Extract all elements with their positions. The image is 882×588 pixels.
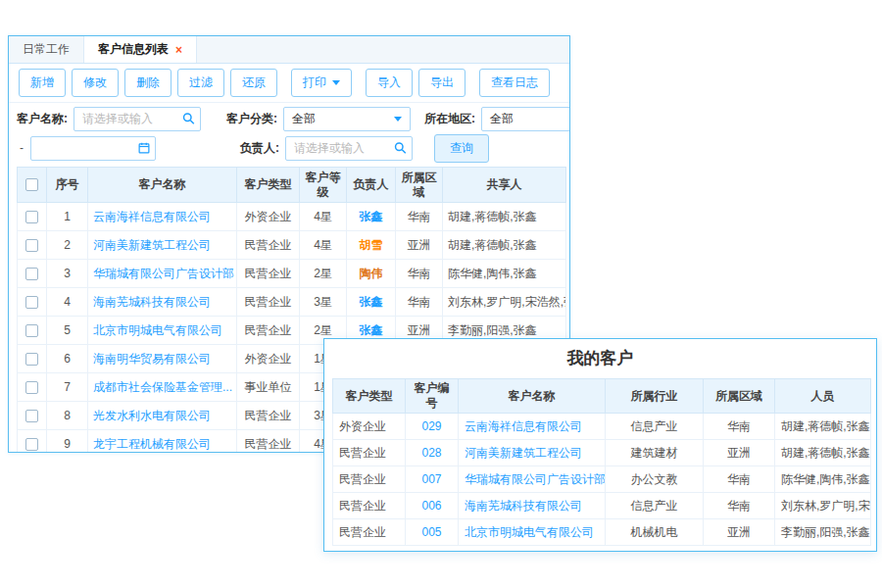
row-checkbox[interactable] bbox=[25, 324, 38, 337]
customer-no-link[interactable]: 028 bbox=[421, 446, 441, 460]
table-row[interactable]: 3 华瑞城有限公司广告设计部 民营企业 2星 陶伟 华南 陈华健,陶伟,张鑫 bbox=[18, 260, 566, 288]
screen: 日常工作 客户信息列表 × 新增 修改 删除 过滤 还原 打印 导入 导出 查看… bbox=[0, 0, 882, 588]
row-checkbox[interactable] bbox=[25, 381, 38, 394]
calendar-icon[interactable] bbox=[138, 142, 150, 154]
header-owner: 负责人 bbox=[347, 168, 396, 203]
row-checkbox[interactable] bbox=[25, 296, 38, 309]
close-icon[interactable]: × bbox=[175, 43, 182, 57]
customer-name-label: 客户名称: bbox=[17, 111, 68, 127]
customer-name-link[interactable]: 成都市社会保险基金管理... bbox=[93, 380, 232, 394]
owner-link[interactable]: 张鑫 bbox=[360, 210, 383, 223]
owner-link[interactable]: 陶伟 bbox=[360, 267, 383, 280]
add-button[interactable]: 新增 bbox=[19, 69, 66, 97]
customer-name-input[interactable] bbox=[82, 112, 178, 125]
cell-type: 民营企业 bbox=[333, 519, 406, 546]
customer-name-link[interactable]: 云南海祥信息有限公司 bbox=[93, 210, 211, 223]
tab-daily-work[interactable]: 日常工作 bbox=[9, 36, 84, 63]
search-icon[interactable] bbox=[182, 113, 195, 125]
my-customers-panel: 我的客户 客户类型 客户编号 客户名称 所属行业 所属区域 人员 外资企业 bbox=[323, 338, 877, 552]
chevron-down-icon bbox=[394, 117, 402, 122]
customer-name-link[interactable]: 河南美新建筑工程公司 bbox=[93, 238, 211, 252]
cell-level: 4星 bbox=[300, 231, 347, 260]
table-header-row: 客户类型 客户编号 客户名称 所属行业 所属区域 人员 bbox=[333, 379, 871, 414]
tab-customer-list-label: 客户信息列表 bbox=[98, 41, 169, 58]
cell-level: 2星 bbox=[300, 260, 347, 288]
owner-link[interactable]: 张鑫 bbox=[360, 323, 383, 337]
cell-industry: 信息产业 bbox=[606, 493, 704, 519]
table-row[interactable]: 民营企业 005 北京市明城电气有限公司 机械机电 亚洲 李勤丽,阳强,张鑫 bbox=[333, 519, 871, 546]
cell-shared: 胡建,蒋德帧,张鑫 bbox=[443, 231, 566, 260]
cell-shared: 胡建,蒋德帧,张鑫 bbox=[443, 203, 566, 231]
table-row[interactable]: 1 云南海祥信息有限公司 外资企业 4星 张鑫 华南 胡建,蒋德帧,张鑫 bbox=[18, 203, 566, 231]
table-row[interactable]: 民营企业 006 海南芜城科技有限公司 信息产业 华南 刘东林,罗广明,宋浩然.… bbox=[333, 493, 871, 519]
table-row[interactable]: 外资企业 029 云南海祥信息有限公司 信息产业 华南 胡建,蒋德帧,张鑫 bbox=[333, 414, 871, 440]
table-row[interactable]: 2 河南美新建筑工程公司 民营企业 4星 胡雪 亚洲 胡建,蒋德帧,张鑫 bbox=[18, 231, 566, 260]
cell-shared: 刘东林,罗广明,宋浩然,张鑫 bbox=[443, 288, 566, 317]
row-checkbox[interactable] bbox=[25, 353, 38, 366]
customer-name-link[interactable]: 光发水利水电有限公司 bbox=[93, 409, 211, 422]
filter-button[interactable]: 过滤 bbox=[177, 69, 224, 97]
cell-industry: 建筑建材 bbox=[606, 440, 704, 466]
row-checkbox[interactable] bbox=[25, 438, 38, 451]
date-field bbox=[30, 136, 156, 161]
view-log-button[interactable]: 查看日志 bbox=[479, 69, 550, 97]
cell-region: 华南 bbox=[704, 414, 775, 440]
customer-no-link[interactable]: 006 bbox=[421, 499, 441, 513]
restore-button[interactable]: 还原 bbox=[230, 69, 277, 97]
region-select[interactable]: 全部 bbox=[481, 107, 570, 131]
row-checkbox[interactable] bbox=[25, 410, 38, 422]
customer-no-link[interactable]: 029 bbox=[421, 419, 441, 433]
filter-area: 客户名称: 客户分类: 全部 所在地区: 全部 bbox=[9, 103, 569, 167]
edit-button[interactable]: 修改 bbox=[72, 69, 119, 97]
customer-name-link[interactable]: 华瑞城有限公司广告设计部 bbox=[465, 472, 606, 486]
customer-name-link[interactable]: 海南芜城科技有限公司 bbox=[93, 295, 211, 309]
customer-name-link[interactable]: 云南海祥信息有限公司 bbox=[465, 419, 582, 433]
cell-people: 李勤丽,阳强,张鑫 bbox=[775, 519, 871, 546]
row-checkbox[interactable] bbox=[25, 239, 38, 252]
table-row[interactable]: 4 海南芜城科技有限公司 民营企业 3星 张鑫 华南 刘东林,罗广明,宋浩然,张… bbox=[18, 288, 566, 317]
customer-name-link[interactable]: 河南美新建筑工程公司 bbox=[465, 446, 582, 460]
customer-no-link[interactable]: 005 bbox=[421, 525, 441, 539]
owner-link[interactable]: 张鑫 bbox=[360, 295, 383, 309]
select-all-checkbox[interactable] bbox=[25, 178, 38, 191]
table-row[interactable]: 民营企业 028 河南美新建筑工程公司 建筑建材 亚洲 胡建,蒋德帧,张鑫 bbox=[333, 440, 871, 466]
customer-name-link[interactable]: 北京市明城电气有限公司 bbox=[93, 323, 222, 337]
search-icon[interactable] bbox=[394, 142, 407, 155]
table-header-row: 序号 客户名称 客户类型 客户等级 负责人 所属区域 共享人 bbox=[18, 168, 566, 203]
cell-region: 亚洲 bbox=[704, 519, 775, 546]
print-button[interactable]: 打印 bbox=[291, 69, 352, 97]
cell-type: 民营企业 bbox=[237, 317, 300, 345]
cell-industry: 办公文教 bbox=[606, 466, 704, 493]
cell-level: 4星 bbox=[300, 203, 347, 231]
customer-name-link[interactable]: 龙宇工程机械有限公司 bbox=[93, 437, 211, 451]
owner-link[interactable]: 胡雪 bbox=[360, 238, 383, 252]
row-checkbox[interactable] bbox=[25, 268, 38, 280]
cell-region: 华南 bbox=[704, 493, 775, 519]
customer-name-link[interactable]: 北京市明城电气有限公司 bbox=[465, 525, 594, 539]
export-button[interactable]: 导出 bbox=[418, 69, 466, 97]
table-row[interactable]: 民营企业 007 华瑞城有限公司广告设计部 办公文教 华南 陈华健,陶伟,张鑫 bbox=[333, 466, 871, 493]
my-customers-table: 客户类型 客户编号 客户名称 所属行业 所属区域 人员 外资企业 029 云南海… bbox=[332, 378, 871, 546]
cell-region: 华南 bbox=[396, 203, 443, 231]
header-customer-type: 客户类型 bbox=[333, 379, 406, 414]
owner-input[interactable] bbox=[294, 141, 390, 155]
cell-people: 陈华健,陶伟,张鑫 bbox=[775, 466, 871, 493]
import-button[interactable]: 导入 bbox=[366, 69, 413, 97]
customer-name-link[interactable]: 海南明华贸易有限公司 bbox=[93, 352, 211, 366]
owner-field bbox=[285, 136, 413, 161]
header-customer-level: 客户等级 bbox=[300, 168, 347, 203]
cell-type: 民营企业 bbox=[237, 402, 300, 430]
customer-name-link[interactable]: 海南芜城科技有限公司 bbox=[465, 499, 582, 513]
cell-region: 亚洲 bbox=[396, 231, 443, 260]
customer-no-link[interactable]: 007 bbox=[421, 472, 441, 486]
cell-type: 民营企业 bbox=[237, 288, 300, 317]
category-select[interactable]: 全部 bbox=[283, 107, 411, 131]
delete-button[interactable]: 删除 bbox=[124, 69, 172, 97]
row-checkbox[interactable] bbox=[25, 211, 38, 223]
customer-name-link[interactable]: 华瑞城有限公司广告设计部 bbox=[93, 267, 234, 280]
cell-index: 8 bbox=[47, 402, 88, 430]
date-input[interactable] bbox=[39, 141, 133, 155]
cell-index: 6 bbox=[47, 345, 88, 373]
query-button[interactable]: 查询 bbox=[434, 134, 489, 163]
tab-customer-list[interactable]: 客户信息列表 × bbox=[84, 36, 197, 63]
